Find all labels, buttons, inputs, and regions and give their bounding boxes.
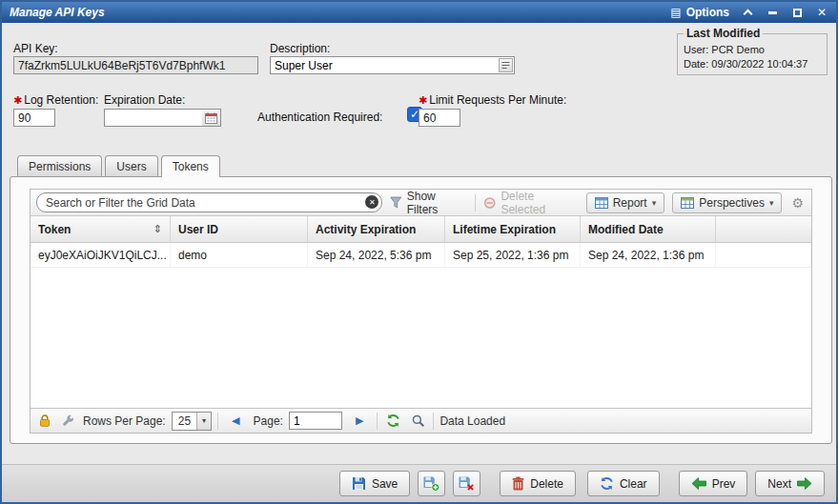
save-and-new-button[interactable] [418, 471, 445, 496]
rows-per-page-select[interactable]: 25 ▾ [172, 412, 212, 431]
api-key-label: API Key: [13, 42, 58, 55]
save-button[interactable]: Save [339, 471, 410, 496]
description-label: Description: [270, 42, 330, 55]
footer-button-bar: Save Delete Clear Prev Next [2, 464, 836, 502]
column-header-user-id[interactable]: User ID [171, 216, 308, 242]
filter-funnel-icon [390, 196, 401, 209]
calendar-picker-button[interactable] [202, 109, 221, 127]
next-button[interactable]: Next [755, 471, 825, 496]
save-x-icon [459, 476, 475, 492]
trash-icon [512, 476, 524, 491]
chevron-down-icon: ▾ [652, 198, 657, 208]
options-label: Options [686, 6, 729, 19]
options-button[interactable]: ▤ Options [670, 6, 729, 19]
grid-pager: Rows Per Page: 25 ▾ ◀ Page: ▶ Data L [31, 408, 811, 433]
last-modified-user: User: PCR Demo [684, 44, 821, 55]
minimize-button[interactable] [766, 6, 779, 19]
column-header-token[interactable]: Token⇕ [31, 216, 171, 242]
search-icon[interactable] [409, 414, 427, 427]
pager-divider [377, 413, 378, 430]
show-filters-button[interactable]: Show Filters [390, 190, 467, 216]
grid-body: eyJ0eXAiOiJKV1QiLCJ... demo Sep 24, 2022… [31, 243, 811, 408]
calendar-icon [205, 112, 217, 124]
chevron-down-icon: ▾ [196, 413, 211, 430]
close-button[interactable]: ✕ [815, 6, 828, 19]
log-retention-input[interactable] [13, 109, 55, 127]
prev-button[interactable]: Prev [679, 471, 748, 496]
close-icon: ✕ [817, 6, 827, 19]
expiration-date-input[interactable] [104, 109, 203, 127]
pager-divider [433, 413, 434, 430]
grid-status-text: Data Loaded [439, 414, 505, 428]
spellcheck-icon[interactable] [499, 58, 513, 72]
save-icon [352, 476, 366, 491]
perspectives-icon [681, 197, 694, 209]
cell-activity-expiration: Sep 24, 2022, 5:36 pm [308, 243, 445, 267]
api-key-field: 7faZrkm5LULkU64BeRj5T6Vd7BphfWk1 [13, 56, 258, 74]
perspectives-button[interactable]: Perspectives ▾ [672, 192, 782, 213]
column-header-filler [716, 216, 811, 242]
lock-icon[interactable] [36, 414, 53, 427]
grid-toolbar: ✕ Show Filters Delete Selected Report ▾ [31, 190, 811, 216]
cell-modified-date: Sep 24, 2022, 1:36 pm [581, 243, 716, 267]
tokens-grid: ✕ Show Filters Delete Selected Report ▾ [30, 189, 812, 433]
tab-strip: Permissions Users Tokens [17, 155, 220, 177]
cell-token: eyJ0eXAiOiJKV1QiLCJ... [31, 243, 171, 267]
restore-button[interactable] [790, 6, 804, 19]
collapse-button[interactable] [741, 6, 754, 19]
column-header-activity-expiration[interactable]: Activity Expiration [308, 216, 445, 242]
last-modified-fieldset: Last Modified User: PCR Demo Date: 09/30… [677, 27, 828, 75]
clear-button[interactable]: Clear [587, 471, 660, 496]
refresh-icon[interactable] [383, 413, 403, 428]
pager-divider [217, 413, 218, 430]
column-header-lifetime-expiration[interactable]: Lifetime Expiration [445, 216, 581, 242]
delete-selected-button[interactable]: Delete Selected [483, 190, 579, 216]
manage-api-keys-window: Manage API Keys ▤ Options ✕ API Key: 7fa… [0, 0, 838, 504]
toolbar-divider [475, 194, 476, 212]
grid-menu-icon: ▤ [670, 6, 681, 19]
arrow-left-icon [691, 477, 706, 490]
save-plus-icon [423, 476, 439, 492]
next-page-button[interactable]: ▶ [348, 414, 371, 427]
restore-icon [793, 9, 802, 17]
last-modified-legend: Last Modified [684, 27, 763, 40]
titlebar: Manage API Keys ▤ Options ✕ [2, 2, 836, 23]
delete-button[interactable]: Delete [500, 471, 576, 496]
save-and-close-button[interactable] [453, 471, 480, 496]
grid-search-input[interactable] [36, 192, 382, 212]
column-header-modified-date[interactable]: Modified Date [581, 216, 716, 242]
refresh-arrows-icon [600, 476, 614, 491]
tokens-panel: ✕ Show Filters Delete Selected Report ▾ [10, 176, 832, 444]
table-row[interactable]: eyJ0eXAiOiJKV1QiLCJ... demo Sep 24, 2022… [31, 243, 811, 268]
arrow-right-icon [797, 477, 812, 490]
prev-page-button[interactable]: ◀ [224, 414, 247, 427]
limit-requests-input[interactable] [419, 109, 460, 127]
required-marker: ✱ [13, 94, 22, 106]
page-label: Page: [254, 414, 283, 428]
last-modified-date: Date: 09/30/2022 10:04:37 [684, 58, 821, 70]
cell-user-id: demo [171, 243, 308, 267]
rows-per-page-label: Rows Per Page: [83, 414, 166, 428]
delete-selected-icon [483, 196, 496, 210]
cell-filler [716, 243, 811, 267]
tab-permissions[interactable]: Permissions [17, 155, 102, 176]
report-icon [595, 197, 608, 209]
tab-users[interactable]: Users [105, 155, 157, 176]
wrench-icon[interactable] [59, 414, 77, 427]
gear-icon[interactable]: ⚙ [791, 195, 804, 211]
report-button[interactable]: Report ▾ [586, 192, 665, 213]
limit-requests-label: ✱Limit Requests Per Minute: [419, 93, 566, 107]
expiration-date-label: Expiration Date: [104, 93, 185, 107]
page-input[interactable] [289, 412, 342, 430]
window-title: Manage API Keys [10, 6, 105, 19]
api-key-value: 7faZrkm5LULkU64BeRj5T6Vd7BphfWk1 [18, 59, 225, 72]
description-input[interactable] [270, 56, 515, 74]
grid-header: Token⇕ User ID Activity Expiration Lifet… [31, 216, 811, 243]
minimize-icon [768, 11, 777, 14]
chevron-up-icon [743, 10, 752, 19]
auth-required-label: Authentication Required: [257, 111, 382, 124]
required-marker: ✱ [419, 94, 427, 106]
sort-icon: ⇕ [153, 223, 162, 235]
tab-tokens[interactable]: Tokens [161, 155, 220, 177]
cell-lifetime-expiration: Sep 25, 2022, 1:36 pm [445, 243, 581, 267]
